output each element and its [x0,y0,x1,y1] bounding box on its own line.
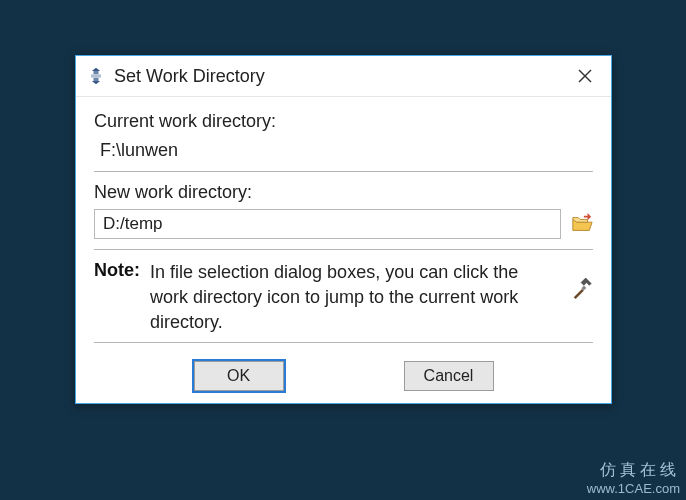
new-directory-input[interactable] [94,209,561,239]
new-directory-row [94,209,593,239]
ok-button[interactable]: OK [194,361,284,391]
app-icon [86,66,106,86]
note-label: Note: [94,260,140,281]
note-row: Note: In file selection dialog boxes, yo… [94,260,593,336]
divider-3 [94,342,593,343]
close-icon [578,69,592,83]
svg-rect-1 [94,78,99,81]
cancel-button[interactable]: Cancel [404,361,494,391]
watermark-line2: www.1CAE.com [587,481,680,496]
dialog-title: Set Work Directory [114,66,565,87]
divider-2 [94,249,593,250]
close-button[interactable] [565,61,605,91]
browse-button[interactable] [571,213,593,235]
svg-rect-0 [94,71,99,74]
button-row: OK Cancel [94,353,593,393]
svg-rect-2 [91,74,101,77]
set-work-directory-dialog: Set Work Directory Current work director… [75,55,612,404]
note-text: In file selection dialog boxes, you can … [150,260,561,336]
folder-open-icon [571,213,593,235]
titlebar: Set Work Directory [76,56,611,97]
new-directory-label: New work directory: [94,182,593,203]
hammer-icon [571,278,593,300]
current-directory-label: Current work directory: [94,111,593,132]
divider [94,171,593,172]
dialog-body: Current work directory: F:\lunwen New wo… [76,97,611,403]
current-directory-value: F:\lunwen [100,140,593,161]
page-watermark: 仿真在线 www.1CAE.com [587,460,680,496]
watermark-line1: 仿真在线 [587,460,680,481]
work-directory-icon [571,278,593,300]
